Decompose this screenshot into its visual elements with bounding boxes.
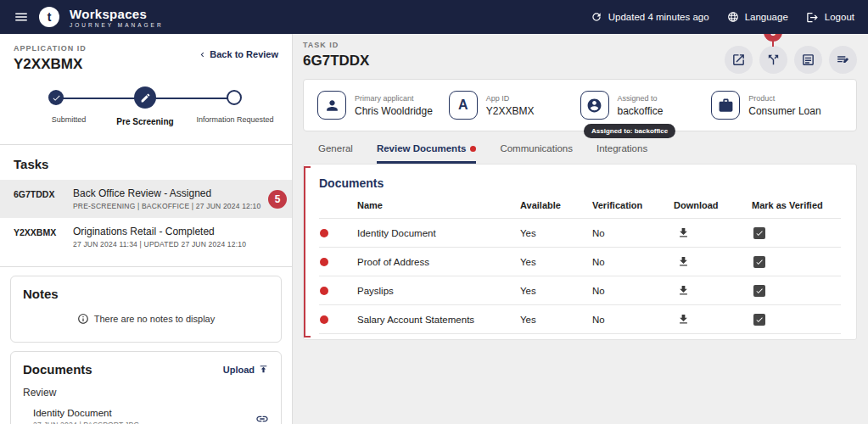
list-alt-icon xyxy=(801,53,815,67)
application-id-value: Y2XXBMX xyxy=(14,56,87,73)
tab-alert-dot xyxy=(470,146,476,152)
task-tabs: General Review Documents Communications … xyxy=(303,143,857,164)
download-icon[interactable] xyxy=(677,313,752,326)
step-label-pre-screening: Pre Screening xyxy=(98,117,192,126)
notes-empty-text: There are no notes to display xyxy=(94,314,215,324)
tab-general[interactable]: General xyxy=(318,143,353,164)
documents-heading: Documents xyxy=(23,362,92,377)
document-table-row: Payslips Yes No xyxy=(319,276,841,305)
task-row-6g7tddx[interactable]: 6G7TDDX Back Office Review - Assigned PR… xyxy=(0,180,292,218)
pencil-icon xyxy=(140,92,151,103)
updated-text: Updated 4 minutes ago xyxy=(608,12,709,22)
application-id-label: APPLICATION ID xyxy=(14,44,87,53)
logout-icon[interactable] xyxy=(806,11,819,24)
person-icon xyxy=(317,91,346,120)
letter-a-icon: A xyxy=(449,91,478,120)
annotation-bracket xyxy=(304,166,311,338)
document-list-item: Identity Document 27 JUN 2024 | PASSPORT… xyxy=(23,408,269,424)
step-submitted xyxy=(48,90,64,105)
info-product: Product Consumer Loan xyxy=(711,91,843,120)
info-assigned-to: Assigned to backoffice xyxy=(580,91,712,120)
language-button[interactable]: Language xyxy=(745,12,788,22)
tab-integrations[interactable]: Integrations xyxy=(596,143,647,164)
info-icon xyxy=(77,313,89,325)
workspaces-app: t Workspaces JOURNEY MANAGER Updated 4 m… xyxy=(0,0,868,424)
upload-button[interactable]: Upload xyxy=(223,364,269,375)
documents-table-header: Name Available Verification Download Mar… xyxy=(319,190,841,219)
notes-card: Notes There are no notes to display xyxy=(10,276,282,343)
divider xyxy=(0,266,292,267)
call-split-icon xyxy=(766,53,781,67)
refresh-icon[interactable] xyxy=(591,11,602,23)
col-verification: Verification xyxy=(592,200,674,210)
logo-letter: t xyxy=(48,10,52,24)
task-id-label: TASK ID xyxy=(303,41,369,49)
col-available: Available xyxy=(520,200,592,210)
check-icon xyxy=(52,93,61,103)
document-table-row: Salary Account Statements Yes No xyxy=(319,305,841,334)
status-dot xyxy=(320,315,328,324)
verified-checkbox[interactable] xyxy=(753,285,765,297)
topbar: t Workspaces JOURNEY MANAGER Updated 4 m… xyxy=(0,0,868,34)
tasks-heading: Tasks xyxy=(14,157,278,171)
app-subtitle: JOURNEY MANAGER xyxy=(70,22,164,28)
chevron-left-icon xyxy=(198,50,207,59)
edit-task-button[interactable] xyxy=(725,46,753,74)
status-dot xyxy=(320,229,328,237)
documents-section-label: Review xyxy=(23,387,269,399)
step-information-requested xyxy=(227,90,242,105)
logout-button[interactable]: Logout xyxy=(825,12,854,22)
step-label-information-requested: Information Requested xyxy=(183,115,287,124)
documents-panel: Documents Name Available Verification Do… xyxy=(303,164,857,340)
col-mark-as-verified: Mark as Verified xyxy=(752,200,841,210)
applicant-info-card: Primary applicant Chris Wooldridge A App… xyxy=(303,79,857,131)
step-pre-screening xyxy=(134,86,156,109)
documents-card: Documents Upload Review Identity Documen… xyxy=(10,351,282,424)
brand-logo: t xyxy=(39,7,59,27)
divider xyxy=(0,144,292,145)
globe-icon[interactable] xyxy=(727,11,739,23)
document-table-row: Proof of Address Yes No xyxy=(319,248,841,276)
upload-icon xyxy=(258,364,269,375)
app-title: Workspaces xyxy=(70,7,164,21)
status-dot xyxy=(320,258,328,266)
tab-review-documents[interactable]: Review Documents xyxy=(377,143,476,164)
task-detail-panel: TASK ID 6G7TDDX 6 xyxy=(293,34,868,424)
status-dot xyxy=(320,287,328,295)
tab-communications[interactable]: Communications xyxy=(500,143,573,164)
document-table-row: Identity Document Yes No xyxy=(319,219,841,248)
verified-checkbox[interactable] xyxy=(753,227,765,239)
back-to-review-link[interactable]: Back to Review xyxy=(198,49,278,59)
brand-block: Workspaces JOURNEY MANAGER xyxy=(70,7,164,28)
form-view-button[interactable] xyxy=(794,46,822,74)
col-name: Name xyxy=(357,200,520,210)
task-action-bar: 6 xyxy=(725,46,857,74)
playlist-edit-icon xyxy=(836,53,850,67)
annotation-pointer-line xyxy=(772,41,774,47)
workflow-button[interactable] xyxy=(759,46,787,74)
application-sidebar: APPLICATION ID Y2XXBMX Back to Review xyxy=(0,34,293,424)
annotation-badge-5: 5 xyxy=(268,190,287,209)
task-id-value: 6G7TDDX xyxy=(303,53,369,70)
notes-heading: Notes xyxy=(23,287,269,301)
briefcase-icon xyxy=(711,91,740,120)
verified-checkbox[interactable] xyxy=(753,256,765,268)
menu-icon[interactable] xyxy=(14,9,29,25)
info-app-id: A App ID Y2XXBMX xyxy=(449,91,580,120)
download-icon[interactable] xyxy=(677,255,752,268)
documents-panel-heading: Documents xyxy=(319,176,841,190)
link-icon[interactable] xyxy=(255,412,269,424)
download-icon[interactable] xyxy=(677,284,752,297)
assigned-to-tooltip: Assigned to: backoffice xyxy=(584,124,675,138)
task-row-y2xxbmx[interactable]: Y2XXBMX Originations Retail - Completed … xyxy=(0,218,292,256)
notes-edit-button[interactable] xyxy=(829,46,857,74)
info-primary-applicant: Primary applicant Chris Wooldridge xyxy=(317,91,449,120)
col-download: Download xyxy=(674,200,752,210)
download-icon[interactable] xyxy=(677,226,752,239)
progress-stepper: Submitted Pre Screening Information Requ… xyxy=(14,81,278,134)
account-circle-icon xyxy=(580,91,609,120)
verified-checkbox[interactable] xyxy=(753,314,765,326)
edit-square-icon xyxy=(731,53,746,67)
